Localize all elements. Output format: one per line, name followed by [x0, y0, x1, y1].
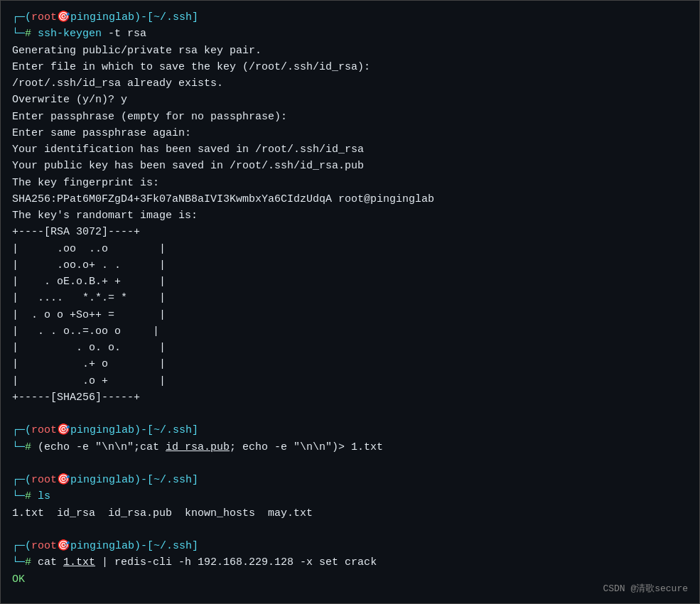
output-20: | .+ o | [12, 356, 688, 372]
prompt-line-1: ┌─(root🎯pinginglab)-[~/.ssh] [12, 9, 688, 26]
output-ok: OK [12, 571, 688, 588]
output-3: /root/.ssh/id_rsa already exists. [12, 75, 688, 92]
output-2: Enter file in which to save the key (/ro… [12, 59, 688, 75]
output-7: Your identification has been saved in /r… [12, 141, 688, 158]
cmd-line-4: └─# cat 1.txt | redis-cli -h 192.168.229… [12, 554, 688, 571]
output-14: | .oo.o+ . . | [12, 257, 688, 274]
output-18: | . . o..=.oo o | [12, 323, 688, 340]
prompt-line-3: ┌─(root🎯pinginglab)-[~/.ssh] [12, 472, 688, 488]
blank-2 [12, 455, 688, 472]
cmd-line-3: └─# ls [12, 488, 688, 505]
blank-1 [12, 406, 688, 422]
output-21: | .o + | [12, 373, 688, 389]
output-5: Enter passphrase (empty for no passphras… [12, 109, 688, 125]
output-12: +----[RSA 3072]----+ [12, 224, 688, 240]
output-6: Enter same passphrase again: [12, 125, 688, 141]
output-13: | .oo ..o | [12, 241, 688, 257]
blank-3 [12, 522, 688, 538]
cmd-line-1: └─# ssh-keygen -t rsa [12, 26, 688, 42]
output-15: | . oE.o.B.+ + | [12, 274, 688, 290]
output-11: The key's randomart image is: [12, 207, 688, 224]
output-ls: 1.txt id_rsa id_rsa.pub known_hosts may.… [12, 505, 688, 522]
terminal-window: ┌─(root🎯pinginglab)-[~/.ssh] └─# ssh-key… [0, 0, 700, 604]
prompt-line-4: ┌─(root🎯pinginglab)-[~/.ssh] [12, 538, 688, 554]
prompt-line-2: ┌─(root🎯pinginglab)-[~/.ssh] [12, 422, 688, 438]
output-9: The key fingerprint is: [12, 175, 688, 191]
output-19: | . o. o. | [12, 340, 688, 356]
watermark: CSDN @清歌secure [603, 582, 688, 596]
output-22: +-----[SHA256]-----+ [12, 389, 688, 406]
output-16: | .... *.*.= * | [12, 290, 688, 306]
output-10: SHA256:PPat6M0FZgD4+3Fk07aNB8aIVI3KwmbxY… [12, 191, 688, 207]
output-17: | . o o +So++ = | [12, 307, 688, 323]
output-8: Your public key has been saved in /root/… [12, 158, 688, 174]
cmd-line-2: └─# (echo -e "\n\n";cat id_rsa.pub; echo… [12, 439, 688, 455]
output-4: Overwrite (y/n)? y [12, 92, 688, 108]
output-1: Generating public/private rsa key pair. [12, 43, 688, 59]
